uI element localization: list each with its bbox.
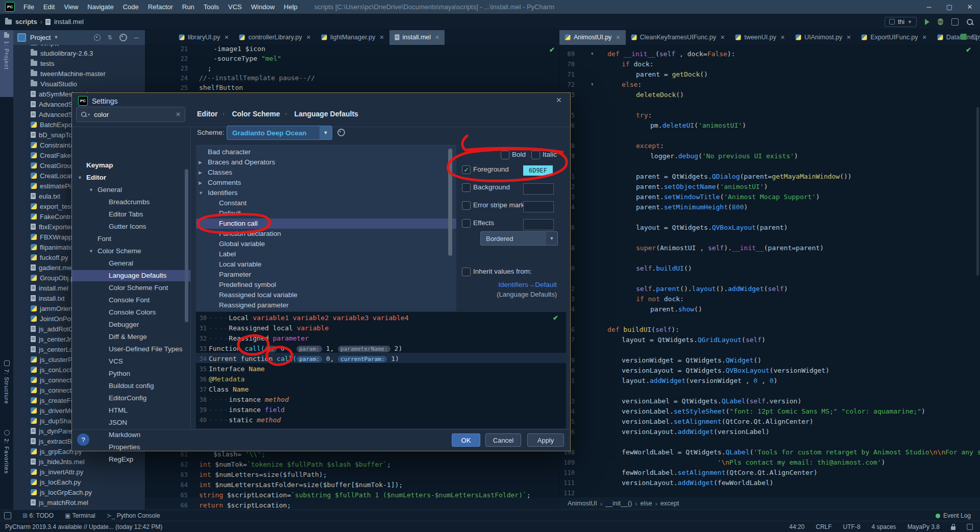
help-button[interactable]: ?: [77, 433, 89, 446]
settings-tree-item-color-scheme[interactable]: ▼Color Scheme: [97, 247, 141, 255]
attribute-item-reassigned-local-variable[interactable]: Reassigned local variable: [219, 291, 298, 299]
attribute-item-braces-and-operators[interactable]: ▶Braces and Operators: [208, 158, 275, 166]
attribute-item-constant[interactable]: Constant: [219, 199, 247, 207]
settings-tree-item-language-defaults[interactable]: Language Defaults: [109, 272, 166, 279]
attribute-item-default[interactable]: Default: [219, 209, 241, 217]
menu-navigate[interactable]: Navigate: [83, 0, 118, 14]
status-44-20[interactable]: 44:20: [789, 523, 804, 530]
project-item-visualstudio[interactable]: VisualStudio: [13, 79, 145, 89]
tab-close-icon[interactable]: ✕: [306, 34, 311, 41]
tool-window-switcher-icon[interactable]: [4, 512, 11, 519]
editor-breadcrumb-animostui[interactable]: AnimostUI: [568, 500, 597, 507]
collapse-all-icon[interactable]: ⇅: [108, 34, 112, 41]
editor-scrollbar[interactable]: [976, 107, 979, 276]
settings-tree-item-json[interactable]: JSON: [109, 419, 127, 426]
menu-vcs[interactable]: VCS: [224, 0, 247, 14]
attribute-item-classes[interactable]: ▶Classes: [208, 168, 232, 176]
sidebar-tab-project[interactable]: 1: Project: [0, 30, 13, 97]
sidebar-tab-favorites[interactable]: 2: Favorites: [0, 426, 13, 495]
project-item-js-locgrpeach-py[interactable]: js_locGrpEach.py: [13, 487, 145, 497]
search-everywhere-icon[interactable]: [967, 19, 973, 25]
tab-close-icon[interactable]: ✕: [922, 34, 927, 41]
project-item-js-invertattr-py[interactable]: js_invertAttr.py: [13, 467, 145, 477]
settings-tree-item-python[interactable]: Python: [109, 370, 130, 377]
settings-tree-item-keymap[interactable]: Keymap: [86, 161, 113, 169]
locate-file-icon[interactable]: [94, 34, 101, 41]
dialog-close-icon[interactable]: ✕: [556, 96, 562, 104]
tab-animostui-py[interactable]: AnimostUI.py✕: [559, 30, 626, 45]
settings-tree-item-properties[interactable]: Properties: [109, 443, 140, 451]
error-stripe-mark-checkbox[interactable]: [462, 201, 471, 210]
attribute-item-bad-character[interactable]: Bad character: [208, 148, 251, 156]
status-crlf[interactable]: CRLF: [816, 523, 831, 530]
close-button[interactable]: ✕: [960, 0, 980, 14]
tab-close-icon[interactable]: ✕: [780, 34, 785, 41]
event-log-tab[interactable]: Event Log: [936, 512, 971, 519]
background-checkbox[interactable]: [462, 183, 471, 192]
settings-tree-item-debugger[interactable]: Debugger: [109, 321, 139, 328]
menu-file[interactable]: File: [19, 0, 39, 14]
project-item-studiolibrary-2-6-3[interactable]: studiolibrary-2.6.3: [13, 48, 145, 58]
menu-edit[interactable]: Edit: [39, 0, 59, 14]
settings-tree-item-regexp[interactable]: RegExp: [109, 455, 133, 463]
apply-button[interactable]: Apply: [527, 433, 564, 447]
settings-tree-item-user-defined-file-types[interactable]: User-Defined File Types: [109, 345, 183, 353]
project-item-js-matchrot-mel[interactable]: js_matchRot.mel: [13, 497, 145, 507]
status-mayapy-3-8[interactable]: MayaPy 3.8: [908, 523, 940, 530]
menu-help[interactable]: Help: [279, 0, 302, 14]
tab-uianimost-py[interactable]: UIAnimost.py✕: [790, 30, 856, 45]
settings-tree-item-general[interactable]: ▼General: [97, 186, 122, 194]
breadcrumb-install-mel[interactable]: install.mel: [54, 18, 84, 26]
list-expand-icon[interactable]: ▶: [199, 160, 202, 165]
project-item-js-loceach-py[interactable]: js_locEach.py: [13, 477, 145, 487]
settings-tree-scrollbar[interactable]: [185, 169, 188, 322]
tab-lightmanager-py[interactable]: lightManager.py✕: [316, 30, 389, 45]
settings-tree-item-gutter-icons[interactable]: Gutter Icons: [109, 223, 146, 230]
list-expand-icon[interactable]: ▶: [199, 170, 202, 175]
effects-checkbox[interactable]: [462, 219, 471, 228]
menu-run[interactable]: Run: [178, 0, 199, 14]
debug-button[interactable]: [938, 18, 943, 25]
menu-tools[interactable]: Tools: [199, 0, 224, 14]
maximize-button[interactable]: ▢: [939, 0, 960, 14]
breadcrumb-scripts[interactable]: scripts: [15, 18, 37, 26]
tab-close-icon[interactable]: ✕: [720, 34, 725, 41]
attribute-item-global-variable[interactable]: Global variable: [219, 240, 265, 248]
python-console-tab[interactable]: ≻_ Python Console: [107, 512, 160, 519]
terminal-tab[interactable]: ▣ Terminal: [65, 512, 95, 519]
scheme-select[interactable]: Gradianto Deep Ocean ▼: [227, 126, 332, 140]
settings-tree-item-markdown[interactable]: Markdown: [109, 431, 140, 439]
attribute-item-predefined-symbol[interactable]: Predefined symbol: [219, 281, 276, 288]
menu-window[interactable]: Window: [247, 0, 279, 14]
menu-code[interactable]: Code: [118, 0, 143, 14]
settings-tree-item-breadcrumbs[interactable]: Breadcrumbs: [109, 198, 150, 206]
attribute-item-function-call[interactable]: Function call: [219, 220, 258, 227]
error-stripe-mark-value-field[interactable]: [523, 201, 554, 212]
bold-checkbox[interactable]: [501, 151, 509, 159]
tab-exportuifunc-py[interactable]: ExportUIFunc.py✕: [856, 30, 932, 45]
tab-controllerlibrary-py[interactable]: controllerLibrary.py✕: [234, 30, 316, 45]
settings-tree-item-color-scheme-font[interactable]: Color Scheme Font: [109, 284, 168, 292]
hide-panel-icon[interactable]: ─: [134, 34, 139, 41]
sidebar-tab-structure[interactable]: 7: Structure: [0, 356, 13, 431]
tab-cleankeyframesuifunc-py[interactable]: CleanKeyframesUIFunc.py✕: [626, 30, 730, 45]
tab-close-icon[interactable]: ✕: [616, 34, 620, 41]
editor-breadcrumb-else[interactable]: else: [640, 500, 652, 507]
status-4-spaces[interactable]: 4 spaces: [872, 523, 896, 530]
settings-tree-item-buildout-config[interactable]: Buildout config: [109, 382, 154, 390]
tab-close-icon[interactable]: ✕: [224, 34, 229, 41]
fold-arrow-icon[interactable]: ▾: [591, 82, 594, 87]
settings-tree-item-editor[interactable]: ▼Editor: [86, 174, 106, 181]
scheme-gear-icon[interactable]: [337, 129, 345, 136]
settings-tree-item-diff-merge[interactable]: Diff & Merge: [109, 333, 147, 341]
settings-tree-item-console-font[interactable]: Console Font: [109, 296, 150, 304]
attribute-item-local-variable[interactable]: Local variable: [219, 260, 261, 268]
editor-breadcrumb-init[interactable]: __init__(): [605, 500, 632, 507]
italic-checkbox[interactable]: [531, 151, 540, 159]
editor-breadcrumb-except[interactable]: except: [660, 500, 679, 507]
inherit-values-checkbox[interactable]: [462, 268, 471, 276]
settings-tree-item-font[interactable]: Font: [97, 235, 111, 243]
background-value-field[interactable]: [523, 183, 554, 195]
minimize-button[interactable]: ─: [919, 0, 939, 14]
cancel-button[interactable]: Cancel: [485, 433, 521, 447]
